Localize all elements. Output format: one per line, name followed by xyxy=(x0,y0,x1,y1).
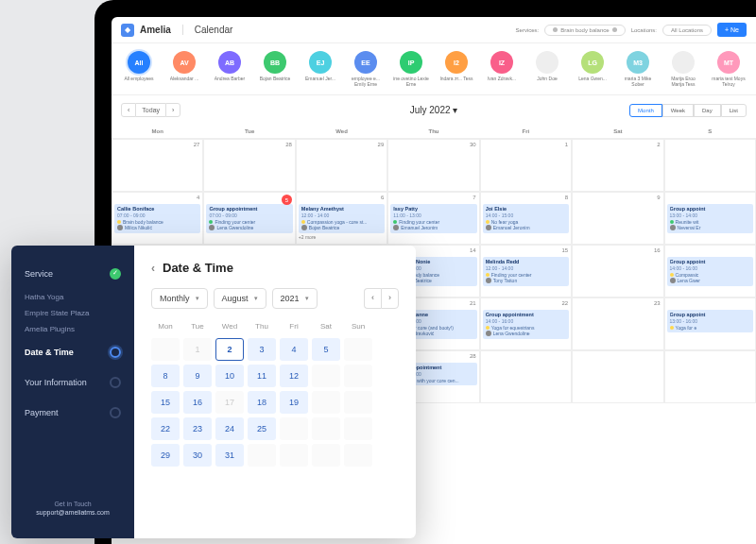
recurrence-select[interactable]: Monthly▾ xyxy=(151,288,208,309)
calendar-event[interactable]: Group appoint13:00 - 14:00Reunite witNev… xyxy=(667,204,753,233)
calendar-cell[interactable]: 29 xyxy=(296,139,387,192)
mini-next-button[interactable]: › xyxy=(381,288,399,309)
cell-date: 14 xyxy=(470,247,476,253)
calendar-cell[interactable]: Group appoint14:00 - 16:00CompassicLena … xyxy=(664,245,756,298)
cell-date: 7 xyxy=(472,195,475,200)
calendar-event[interactable]: Issy Patty11:00 - 13:00Finding your cent… xyxy=(390,204,476,233)
mini-date-cell[interactable]: 31 xyxy=(215,444,244,467)
view-list-button[interactable]: List xyxy=(721,104,747,117)
weekday-header: S xyxy=(664,125,756,139)
mini-date-cell[interactable]: 8 xyxy=(151,365,180,387)
calendar-cell[interactable]: Group appoint13:00 - 14:00Reunite witNev… xyxy=(664,192,756,245)
avatar-label: Indara zr... Tess xyxy=(439,76,472,82)
calendar-cell[interactable]: Group appoint13:00 - 16:00Yoga for e xyxy=(664,298,756,350)
step-payment[interactable]: Payment xyxy=(11,398,134,428)
employee-avatar[interactable]: AVAleksandar ... xyxy=(166,51,202,87)
calendar-cell[interactable]: 4Callie Boniface07:00 - 09:00Brain body … xyxy=(112,192,203,245)
employee-avatar[interactable]: AllAll employees xyxy=(121,51,157,87)
mini-date-cell[interactable]: 29 xyxy=(151,444,180,467)
calendar-cell[interactable] xyxy=(480,350,572,403)
step-datetime[interactable]: Date & Time xyxy=(11,337,134,367)
mini-date-cell[interactable]: 19 xyxy=(280,391,308,414)
today-button[interactable]: Today xyxy=(136,103,165,117)
calendar-event[interactable]: Group appointment07:00 - 09:00Finding yo… xyxy=(206,204,292,233)
services-filter[interactable]: Brain body balance xyxy=(544,25,625,36)
mini-date-cell xyxy=(248,444,276,467)
employee-avatar[interactable]: John Doe xyxy=(529,51,565,87)
employee-avatar[interactable]: M3maria 3 Mike Sober xyxy=(620,51,656,87)
mini-prev-button[interactable]: ‹ xyxy=(364,288,381,309)
more-events[interactable]: +2 more xyxy=(299,234,385,240)
calendar-cell[interactable] xyxy=(572,350,663,403)
add-button[interactable]: + Ne xyxy=(717,23,747,37)
mini-date-cell[interactable]: 30 xyxy=(183,444,212,467)
employee-avatar[interactable]: I2Indara zr... Tess xyxy=(438,51,474,87)
mini-date-cell[interactable]: 2 xyxy=(215,338,244,361)
calendar-cell[interactable]: 22Group appointment14:00 - 16:00Yoga for… xyxy=(480,298,572,350)
calendar-event[interactable]: Callie Boniface07:00 - 09:00Brain body b… xyxy=(114,204,200,233)
employee-avatar[interactable]: Marija Eroo Marija Tess xyxy=(665,51,701,87)
calendar-cell[interactable]: 16 xyxy=(572,245,663,298)
step-information[interactable]: Your Information xyxy=(11,367,134,398)
calendar-cell[interactable]: 1 xyxy=(480,139,572,192)
calendar-event[interactable]: Joi Elsie14:00 - 15:00No fear yogaEmanue… xyxy=(483,204,569,233)
mini-date-cell[interactable]: 18 xyxy=(248,391,276,414)
mini-date-cell[interactable]: 23 xyxy=(183,417,212,440)
mini-date-cell[interactable]: 11 xyxy=(248,365,276,387)
mini-date-cell[interactable]: 25 xyxy=(248,417,276,440)
prev-button[interactable]: ‹ xyxy=(121,103,136,117)
next-button[interactable]: › xyxy=(165,103,180,117)
mini-date-cell[interactable]: 9 xyxy=(183,365,212,387)
calendar-event[interactable]: Group appoint13:00 - 16:00Yoga for e xyxy=(667,310,753,332)
calendar-event[interactable]: Melinda Redd12:00 - 14:00Finding your ce… xyxy=(483,257,569,286)
mini-date-cell[interactable]: 16 xyxy=(183,391,212,414)
calendar-event[interactable]: Melany Amethyst12:00 - 14:00Compassion y… xyxy=(299,204,385,233)
employee-avatar[interactable]: IPine ovetino Lexie Erne xyxy=(393,51,429,87)
locations-filter[interactable]: All Locations xyxy=(662,25,712,36)
calendar-event[interactable]: Group appointment14:00 - 16:00Yoga for e… xyxy=(483,310,569,339)
calendar-cell[interactable]: 23 xyxy=(572,298,663,350)
calendar-cell[interactable]: 9 xyxy=(572,192,663,245)
mini-date-cell[interactable]: 4 xyxy=(280,338,308,361)
calendar-cell[interactable] xyxy=(664,350,756,403)
mini-date-cell[interactable]: 15 xyxy=(151,391,180,414)
mini-date-cell[interactable]: 24 xyxy=(215,417,244,440)
month-select[interactable]: August▾ xyxy=(214,288,266,309)
view-week-button[interactable]: Week xyxy=(662,104,694,117)
employee-avatar[interactable]: MTmaria test Moys Telroy xyxy=(711,51,747,87)
mini-date-cell[interactable]: 10 xyxy=(215,365,244,387)
mini-date-cell: 17 xyxy=(215,391,244,414)
support-email[interactable]: support@ameliatms.com xyxy=(21,509,125,516)
calendar-cell[interactable]: 15Melinda Redd12:00 - 14:00Finding your … xyxy=(480,245,572,298)
mini-date-cell[interactable]: 5 xyxy=(312,338,340,361)
back-arrow-icon[interactable]: ‹ xyxy=(151,262,155,275)
employee-avatar[interactable]: IZIvan Zdravk... xyxy=(484,51,520,87)
employee-avatar[interactable]: EEemployee e... Emily Erne xyxy=(348,51,384,87)
calendar-cell[interactable]: 28 xyxy=(203,139,295,192)
view-month-button[interactable]: Month xyxy=(629,104,662,117)
calendar-cell[interactable]: 8Joi Elsie14:00 - 15:00No fear yogaEmanu… xyxy=(480,192,572,245)
calendar-month-title[interactable]: July 2022 ▾ xyxy=(410,105,458,115)
calendar-cell[interactable]: 5Group appointment07:00 - 09:00Finding y… xyxy=(203,192,295,245)
employee-avatar[interactable]: ABAndrea Barber xyxy=(212,51,248,87)
year-select[interactable]: 2021▾ xyxy=(272,288,318,309)
calendar-cell[interactable] xyxy=(664,139,756,192)
mini-date-cell[interactable]: 22 xyxy=(151,417,180,440)
cell-date: 22 xyxy=(561,300,568,306)
step-service[interactable]: Service xyxy=(11,259,134,289)
mini-date-cell[interactable]: 3 xyxy=(248,338,276,361)
mini-date-cell[interactable]: 12 xyxy=(280,365,308,387)
employee-avatar[interactable]: LGLena Gwen... xyxy=(575,51,610,87)
mini-date-cell xyxy=(344,417,372,440)
calendar-cell[interactable]: 2 xyxy=(572,139,663,192)
calendar-cell[interactable]: 30 xyxy=(387,139,479,192)
avatar-label: Lena Gwen... xyxy=(578,76,607,82)
employee-avatar[interactable]: EJEmanuel Jer... xyxy=(302,51,338,87)
employee-avatar[interactable]: BBBojan Beatrice xyxy=(257,51,293,87)
calendar-cell[interactable]: 7Issy Patty11:00 - 13:00Finding your cen… xyxy=(387,192,479,245)
calendar-event[interactable]: Group appoint14:00 - 16:00CompassicLena … xyxy=(667,257,753,286)
view-day-button[interactable]: Day xyxy=(694,104,721,117)
calendar-cell[interactable]: 6Melany Amethyst12:00 - 14:00Compassion … xyxy=(296,192,387,245)
calendar-cell[interactable]: 27 xyxy=(112,139,203,192)
avatar-label: maria test Moys Telroy xyxy=(711,76,747,87)
